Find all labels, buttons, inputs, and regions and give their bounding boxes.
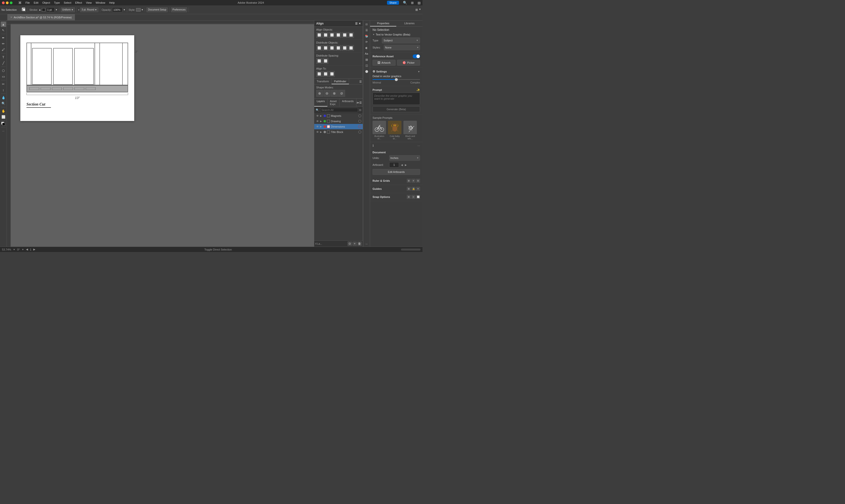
tool-select[interactable]: ▲ bbox=[1, 21, 6, 27]
tab-close-icon[interactable]: ✕ bbox=[10, 16, 12, 19]
menu-item-help[interactable]: Help bbox=[109, 1, 115, 4]
tool-scissors[interactable]: ✂ bbox=[1, 81, 6, 87]
stroke-color[interactable] bbox=[42, 8, 45, 12]
dist-center-v-btn[interactable]: ⬜ bbox=[342, 45, 347, 51]
dist-bottom-btn[interactable]: ⬜ bbox=[348, 45, 354, 51]
style-preview[interactable] bbox=[136, 8, 141, 12]
tool-pencil[interactable]: ✏ bbox=[1, 41, 6, 46]
tool-transform[interactable]: ↕ bbox=[1, 87, 6, 93]
angle-arrow-icon[interactable]: ▼ bbox=[22, 248, 24, 251]
canvas-area[interactable]: 3" 13" Section Cut bbox=[7, 21, 314, 247]
perspective-grid-btn[interactable]: ⊟ bbox=[416, 179, 420, 183]
artboard-next-icon[interactable]: ▶ bbox=[405, 164, 407, 166]
search-layers-input[interactable] bbox=[320, 108, 358, 112]
align-bottom-btn[interactable]: ⬜ bbox=[348, 32, 354, 38]
swatches-rail-btn[interactable]: ⬤ bbox=[364, 69, 370, 74]
transform-tab[interactable]: Transform bbox=[314, 79, 331, 84]
panel-icon[interactable]: ▤ bbox=[418, 1, 420, 5]
units-dropdown[interactable]: Inches ▼ bbox=[389, 155, 420, 161]
dist-spacing-v-btn[interactable]: ⬜ bbox=[323, 58, 328, 64]
layer-target-drawing[interactable] bbox=[358, 120, 361, 123]
document-setup-button[interactable]: Document Setup bbox=[146, 7, 168, 12]
tool-more[interactable]: ··· bbox=[1, 128, 6, 134]
zoom-arrow-icon[interactable]: ▼ bbox=[13, 248, 15, 251]
minus-front-btn[interactable]: ⊖ bbox=[324, 90, 330, 97]
edit-artboards-button[interactable]: Edit Artboards bbox=[373, 169, 420, 175]
locate-layer-btn[interactable]: ⊙ bbox=[347, 241, 352, 246]
assets-rail-btn[interactable]: ▤ bbox=[364, 57, 370, 62]
fill-stroke-selector[interactable] bbox=[1, 122, 6, 126]
align-to-key-btn[interactable]: ⬜ bbox=[329, 71, 335, 77]
align-to-selection-btn[interactable]: ⬜ bbox=[316, 71, 322, 77]
round-dropdown[interactable]: 3 pt. Round ▼ bbox=[80, 7, 98, 12]
layer-magnets[interactable]: 👁 ▶ Magnets bbox=[314, 113, 363, 119]
dist-center-h-btn[interactable]: ⬜ bbox=[323, 45, 328, 51]
sample-dragon[interactable]: Cute baby dr... bbox=[388, 121, 401, 140]
tool-pen[interactable]: ✒ bbox=[1, 35, 6, 40]
new-layer-btn[interactable]: + bbox=[353, 241, 357, 246]
menu-item-type[interactable]: Type bbox=[54, 1, 60, 4]
properties-rail-btn[interactable]: ⊟ bbox=[364, 21, 370, 27]
eye-dimensions-icon[interactable]: 👁 bbox=[316, 125, 319, 128]
dist-left-btn[interactable]: ⬜ bbox=[316, 45, 322, 51]
panel-menu-icon[interactable]: ☰ bbox=[355, 22, 358, 25]
expand-drawing-icon[interactable]: ▶ bbox=[320, 120, 323, 123]
asset-exporter-tab[interactable]: Asset Expr. bbox=[327, 99, 340, 107]
libraries-rail-btn[interactable]: 📚 bbox=[364, 33, 370, 39]
panel-close-icon[interactable]: ✕ bbox=[359, 22, 361, 25]
next-artboard-icon[interactable]: ▶ bbox=[33, 248, 35, 251]
tab-libraries[interactable]: Libraries bbox=[396, 21, 422, 26]
arrange-icon[interactable]: ⊞ bbox=[415, 8, 418, 12]
search-icon[interactable]: 🔍 bbox=[403, 1, 407, 5]
expand-title-icon[interactable]: ▶ bbox=[320, 131, 323, 133]
tool-type[interactable]: T bbox=[1, 54, 6, 60]
sample-bird[interactable]: Black and whi... bbox=[403, 121, 417, 140]
guides-clear-btn[interactable]: ✕ bbox=[416, 187, 420, 191]
close-button[interactable] bbox=[2, 1, 5, 4]
scroll-indicator[interactable] bbox=[401, 249, 420, 251]
tool-shape[interactable]: ⬡ bbox=[1, 68, 6, 73]
more-options-icon[interactable]: ··· bbox=[417, 144, 420, 147]
menu-item-object[interactable]: Object bbox=[42, 1, 50, 4]
menu-item-file[interactable]: File bbox=[25, 1, 30, 4]
minimize-button[interactable] bbox=[6, 1, 8, 4]
layer-target-dimensions[interactable] bbox=[358, 125, 361, 128]
unite-btn[interactable]: ⊕ bbox=[316, 90, 323, 97]
menu-item-effect[interactable]: Effect bbox=[75, 1, 82, 4]
align-top-btn[interactable]: ⬜ bbox=[335, 32, 341, 38]
eye-title-icon[interactable]: 👁 bbox=[316, 130, 319, 133]
more-rail-btn[interactable]: ··· bbox=[364, 241, 370, 247]
align-right-btn[interactable]: ⬜ bbox=[329, 32, 335, 38]
pathfinder-tab[interactable]: Pathfinder bbox=[331, 79, 349, 84]
stroke-dropdown-icon[interactable]: ▼ bbox=[55, 8, 57, 11]
snap-grid-btn[interactable]: ⊞ bbox=[407, 195, 411, 199]
artboards-tab[interactable]: Artboards bbox=[340, 99, 356, 107]
dist-top-btn[interactable]: ⬜ bbox=[335, 45, 341, 51]
delete-layer-btn[interactable]: 🗑 bbox=[357, 241, 362, 246]
tool-zoom[interactable]: 🔍 bbox=[1, 101, 6, 106]
guides-lock-btn[interactable]: 🔒 bbox=[412, 187, 415, 191]
sample-bicycle[interactable]: Illustration of... bbox=[373, 121, 386, 140]
tool-hand[interactable]: ✋ bbox=[1, 108, 6, 114]
intersect-btn[interactable]: ⊗ bbox=[331, 90, 338, 97]
menu-item-view[interactable]: View bbox=[86, 1, 92, 4]
align-to-artboard-btn[interactable]: ⬜ bbox=[323, 71, 328, 77]
eye-magnets-icon[interactable]: 👁 bbox=[316, 114, 319, 117]
generate-button[interactable]: Generate (Beta) bbox=[373, 106, 420, 112]
picker-btn[interactable]: 🎯 Picker bbox=[397, 60, 420, 66]
snap-pixel-btn[interactable]: ⬜ bbox=[416, 195, 420, 199]
dist-spacing-h-btn[interactable]: ⬜ bbox=[316, 58, 322, 64]
grid-toggle-btn[interactable]: # bbox=[412, 179, 415, 183]
collapse-arrow-icon[interactable]: ▼ bbox=[373, 33, 375, 36]
history-rail-btn[interactable]: ⟳ bbox=[364, 39, 370, 44]
artwork-btn[interactable]: 🖼 Artwork bbox=[373, 60, 396, 66]
expand-magnets-icon[interactable]: ▶ bbox=[320, 114, 323, 117]
menu-item-window[interactable]: Window bbox=[96, 1, 105, 4]
tool-rect[interactable]: ▭ bbox=[1, 74, 6, 79]
tab-properties[interactable]: Properties bbox=[370, 21, 396, 26]
layers-tab[interactable]: Layers bbox=[314, 99, 327, 107]
layer-target-title[interactable] bbox=[358, 130, 361, 133]
align-left-btn[interactable]: ⬜ bbox=[316, 32, 322, 38]
layer-target-magnets[interactable] bbox=[358, 114, 361, 117]
prev-artboard-icon[interactable]: ◀ bbox=[26, 248, 28, 251]
